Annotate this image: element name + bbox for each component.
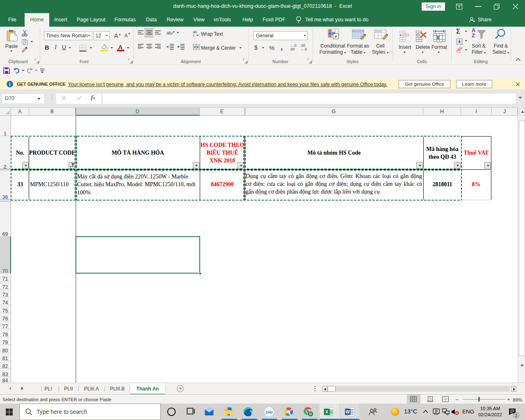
svg-text:X: X [325,409,329,414]
svg-text:D: D [309,412,312,416]
svg-text:W: W [346,409,350,414]
svg-text:c: c [193,33,195,37]
svg-text:Zalo: Zalo [265,410,272,414]
svg-text:≠: ≠ [334,34,337,39]
svg-text:ab: ab [167,30,171,35]
